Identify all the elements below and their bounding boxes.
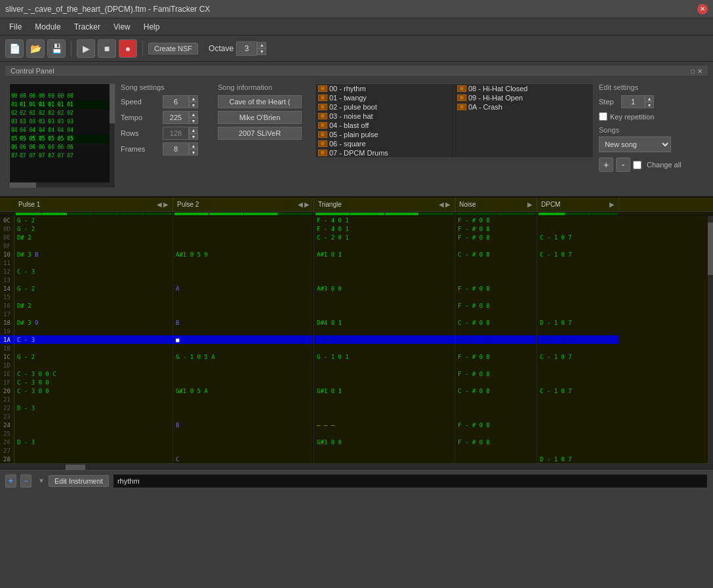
p1-row-14[interactable]: G - 2 <box>14 284 173 293</box>
dpcm-row-27[interactable]: · · · · · <box>537 446 619 455</box>
menu-help[interactable]: Help <box>137 21 167 33</box>
p2-row-1B[interactable]: · · · · · <box>173 344 314 352</box>
p1-row-13[interactable]: · · · · · <box>14 276 173 284</box>
p1-row-19[interactable]: · · · · · <box>14 327 173 335</box>
dpcm-row-1C[interactable]: C - 1 0 7 <box>537 352 619 361</box>
tempo-input[interactable] <box>163 111 189 124</box>
p2-row-28[interactable]: C <box>173 455 314 463</box>
noise-row-25[interactable]: · · · · · <box>455 429 537 438</box>
p2-row-11[interactable]: · · · · · <box>173 259 314 267</box>
instrument-04[interactable]: ⊞ 04 - blast off <box>316 121 454 130</box>
noise-row-0E[interactable]: F - # 0 8 <box>455 233 537 242</box>
instrument-00[interactable]: ⊞ 00 - rhythm <box>316 84 454 93</box>
p2-row-18[interactable]: B <box>173 318 314 327</box>
tri-row-1A[interactable]: · · · · · <box>314 335 455 344</box>
noise-row-14[interactable]: F - # 0 8 <box>455 284 537 293</box>
tri-row-18[interactable]: D#4 0 1 <box>314 318 455 327</box>
noise-row-11[interactable]: · · · · · <box>455 259 537 267</box>
instrument-remove-button[interactable]: − <box>20 474 31 488</box>
triangle-right-arrow[interactable]: ▶ <box>445 201 451 208</box>
p1-row-17[interactable]: · · · · · <box>14 310 173 318</box>
dpcm-row-15[interactable]: · · · · · <box>537 293 619 301</box>
songs-dropdown[interactable]: New song <box>599 136 671 152</box>
minus-button[interactable]: - <box>616 158 630 172</box>
tempo-down[interactable]: ▼ <box>189 117 198 124</box>
noise-row-18[interactable]: C - # 0 8 <box>455 318 537 327</box>
dpcm-row-1B[interactable]: · · · · · <box>537 344 619 352</box>
noise-row-12[interactable]: · · · · · <box>455 267 537 276</box>
noise-row-1B[interactable]: · · · · · <box>455 344 537 352</box>
record-button[interactable]: ● <box>119 39 137 58</box>
step-up[interactable]: ▲ <box>645 95 654 102</box>
open-button[interactable]: 📂 <box>26 39 45 58</box>
p2-row-21[interactable]: · · · · · <box>173 395 314 404</box>
tri-row-25[interactable]: · · · · · <box>314 429 455 438</box>
add-button[interactable]: + <box>599 158 613 172</box>
dpcm-row-1E[interactable]: · · · · · <box>537 369 619 378</box>
p1-row-10[interactable]: D# 3 B <box>14 250 173 259</box>
dpcm-row-0E[interactable]: C - 1 0 7 <box>537 233 619 242</box>
tri-row-0C[interactable]: F - 4 0 1 <box>314 216 455 224</box>
noise-row-27[interactable]: · · · · · <box>455 446 537 455</box>
new-button[interactable]: 📄 <box>5 39 24 58</box>
tempo-up[interactable]: ▲ <box>189 111 198 117</box>
noise-row-15[interactable]: · · · · · <box>455 293 537 301</box>
noise-row-19[interactable]: · · · · · <box>455 327 537 335</box>
instrument-0a[interactable]: ⊞ 0A - Crash <box>455 102 593 112</box>
speed-input[interactable] <box>163 95 189 108</box>
noise-row-1E[interactable]: F - # 0 8 <box>455 369 537 378</box>
p1-row-28[interactable]: · · · · · <box>14 455 173 463</box>
p2-row-25[interactable]: · · · · · <box>173 429 314 438</box>
p1-row-1E[interactable]: C - 3 0 0 C <box>14 369 173 378</box>
p1-row-25[interactable]: · · · · · <box>14 429 173 438</box>
dpcm-row-20[interactable]: C - 1 0 7 <box>537 387 619 395</box>
tri-row-27[interactable]: · · · · · <box>314 446 455 455</box>
noise-row-1D[interactable]: · · · · · <box>455 361 537 369</box>
dpcm-row-19[interactable]: · · · · · <box>537 327 619 335</box>
p1-row-1D[interactable]: · · · · · <box>14 361 173 369</box>
p1-row-26[interactable]: D - 3 <box>14 438 173 446</box>
stop-button[interactable]: ■ <box>98 39 116 58</box>
tri-row-12[interactable]: · · · · · <box>314 267 455 276</box>
p2-row-0D[interactable]: · · · · · <box>173 224 314 233</box>
tri-row-24[interactable]: — — — <box>314 421 455 429</box>
p2-row-1D[interactable]: · · · · · <box>173 361 314 369</box>
dpcm-row-14[interactable]: · · · · · <box>537 284 619 293</box>
instrument-02[interactable]: ⊞ 02 - pulse boot <box>316 102 454 112</box>
noise-row-20[interactable]: C - # 0 8 <box>455 387 537 395</box>
frames-up[interactable]: ▲ <box>189 142 198 149</box>
tri-row-16[interactable]: · · · · · <box>314 301 455 310</box>
tri-row-1C[interactable]: G - 1 0 1 <box>314 352 455 361</box>
tri-row-1F[interactable]: · · · · · <box>314 378 455 387</box>
pulse1-left-arrow[interactable]: ◀ <box>157 201 162 208</box>
p2-row-26[interactable]: · · · · · <box>173 438 314 446</box>
p2-row-0C[interactable]: · · · · · <box>173 216 314 224</box>
p2-row-1C[interactable]: G - 1 0 5 A <box>173 352 314 361</box>
tri-row-23[interactable]: · · · · · <box>314 412 455 421</box>
dpcm-row-11[interactable]: · · · · · <box>537 259 619 267</box>
tri-row-1B[interactable]: · · · · · <box>314 344 455 352</box>
dpcm-row-17[interactable]: · · · · · <box>537 310 619 318</box>
p2-row-10[interactable]: A#1 0 5 9 <box>173 250 314 259</box>
instrument-name-input[interactable] <box>113 474 708 488</box>
p2-row-24[interactable]: B <box>173 421 314 429</box>
dpcm-row-10[interactable]: C - 1 0 7 <box>537 250 619 259</box>
noise-row-26[interactable]: F - # 0 8 <box>455 438 537 446</box>
rows-down[interactable]: ▼ <box>189 133 198 140</box>
scrollbar-thumb[interactable] <box>708 222 713 275</box>
tri-row-19[interactable]: · · · · · <box>314 327 455 335</box>
vertical-scrollbar[interactable] <box>708 216 713 463</box>
noise-row-0F[interactable]: · · · · · <box>455 242 537 250</box>
panel-maximize[interactable]: □ <box>691 68 695 75</box>
dpcm-row-25[interactable]: · · · · · <box>537 429 619 438</box>
p1-row-21[interactable]: · · · · · <box>14 395 173 404</box>
rows-input[interactable] <box>163 127 189 140</box>
menu-module[interactable]: Module <box>28 21 67 33</box>
p1-row-0D[interactable]: G - 2 <box>14 224 173 233</box>
noise-row-0C[interactable]: F - # 0 8 <box>455 216 537 224</box>
create-nsf-button[interactable]: Create NSF <box>148 43 198 54</box>
frames-down[interactable]: ▼ <box>189 149 198 156</box>
step-input[interactable] <box>621 95 645 108</box>
dpcm-row-0D[interactable]: · · · · · <box>537 224 619 233</box>
noise-row-1C[interactable]: F - # 0 8 <box>455 352 537 361</box>
